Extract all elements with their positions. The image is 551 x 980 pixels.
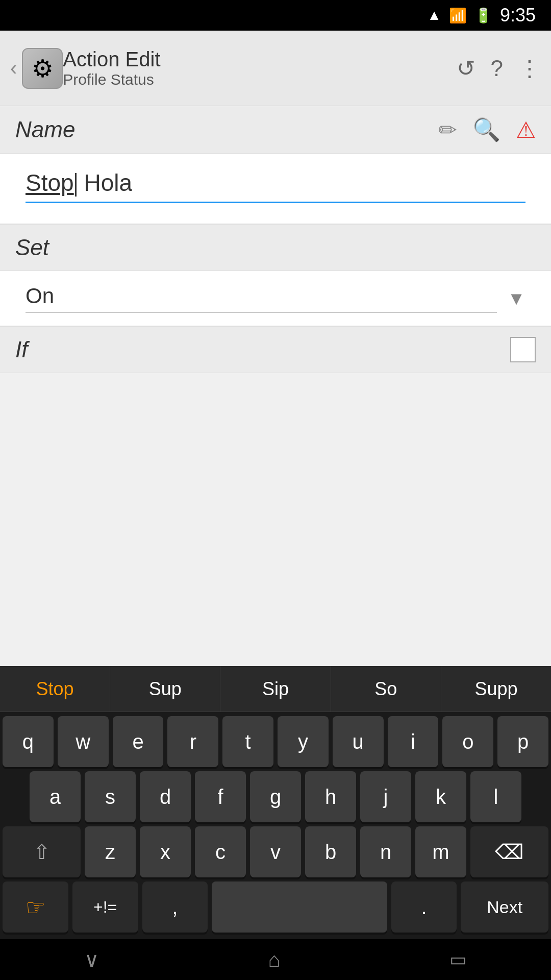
key-a[interactable]: a <box>30 771 81 822</box>
key-x[interactable]: x <box>140 826 191 877</box>
dropdown-value: On <box>26 284 54 308</box>
signal-icon: 📶 <box>449 7 467 24</box>
key-y[interactable]: y <box>278 716 329 767</box>
suggestion-sip[interactable]: Sip <box>220 666 331 712</box>
action-bar: ‹ ⚙ Action Edit Profile Status ↺ ? ⋮ <box>0 31 551 106</box>
set-section-header: Set <box>0 224 551 271</box>
key-k[interactable]: k <box>415 771 466 822</box>
key-row-3: ⇧ z x c v b n m ⌫ <box>3 826 548 877</box>
key-u[interactable]: u <box>333 716 384 767</box>
input-stop: Stop <box>26 169 74 196</box>
status-icons: ▲ 📶 🔋 9:35 <box>427 5 536 26</box>
shift-key[interactable]: ⇧ <box>3 826 81 877</box>
swipe-key[interactable]: ☞ <box>3 881 68 933</box>
swipe-icon: ☞ <box>26 894 45 920</box>
comma-key[interactable]: , <box>142 881 208 933</box>
action-bar-title-sub: Profile Status <box>63 71 456 88</box>
key-b[interactable]: b <box>305 826 356 877</box>
key-row-2: a s d f g h j k l <box>3 771 548 822</box>
key-t[interactable]: t <box>222 716 273 767</box>
suggestions-row: Stop Sup Sip So Supp <box>0 666 551 712</box>
period-key[interactable]: . <box>391 881 457 933</box>
key-m[interactable]: m <box>415 826 466 877</box>
nav-home-button[interactable]: ⌂ <box>268 948 280 971</box>
key-g[interactable]: g <box>250 771 301 822</box>
name-input-section[interactable]: Stop Hola <box>0 154 551 224</box>
backspace-key[interactable]: ⌫ <box>470 826 548 877</box>
dropdown-arrow-icon: ▼ <box>507 288 525 309</box>
key-v[interactable]: v <box>250 826 301 877</box>
suggestion-stop[interactable]: Stop <box>0 666 110 712</box>
name-section-actions: ✏ 🔍 ⚠ <box>438 116 536 143</box>
wifi-icon: ▲ <box>427 7 441 23</box>
key-o[interactable]: o <box>442 716 493 767</box>
search-icon[interactable]: 🔍 <box>472 116 500 143</box>
status-time: 9:35 <box>500 5 536 26</box>
input-cursor <box>75 173 77 197</box>
key-c[interactable]: c <box>195 826 246 877</box>
dropdown-section[interactable]: On ▼ <box>0 271 551 326</box>
battery-icon: 🔋 <box>474 7 492 24</box>
action-bar-title-main: Action Edit <box>63 48 456 71</box>
action-bar-actions: ↺ ? ⋮ <box>457 55 541 81</box>
name-label: Name <box>15 117 75 142</box>
edit-icon[interactable]: ✏ <box>438 117 457 143</box>
name-input-value[interactable]: Stop Hola <box>26 169 132 196</box>
key-w[interactable]: w <box>58 716 109 767</box>
set-label: Set <box>15 235 49 260</box>
if-checkbox[interactable] <box>510 337 536 362</box>
main-content: Name ✏ 🔍 ⚠ Stop Hola Set On ▼ If <box>0 106 551 373</box>
dropdown-wrapper: On <box>26 284 497 313</box>
refresh-button[interactable]: ↺ <box>457 55 475 81</box>
key-e[interactable]: e <box>113 716 164 767</box>
next-key[interactable]: Next <box>461 881 548 933</box>
suggestion-so[interactable]: So <box>331 666 441 712</box>
key-d[interactable]: d <box>140 771 191 822</box>
key-f[interactable]: f <box>195 771 246 822</box>
shift-icon: ⇧ <box>33 840 51 864</box>
key-s[interactable]: s <box>85 771 136 822</box>
input-hola: Hola <box>78 169 132 196</box>
key-r[interactable]: r <box>167 716 218 767</box>
if-section-header: If <box>0 326 551 373</box>
name-section-header: Name ✏ 🔍 ⚠ <box>0 106 551 154</box>
nav-back-button[interactable]: ∨ <box>84 948 99 971</box>
keyboard: Stop Sup Sip So Supp q w e r t y u i o p <box>0 666 551 980</box>
app-icon: ⚙ <box>22 48 63 89</box>
key-q[interactable]: q <box>3 716 54 767</box>
space-key[interactable] <box>212 881 387 933</box>
status-bar: ▲ 📶 🔋 9:35 <box>0 0 551 31</box>
key-z[interactable]: z <box>85 826 136 877</box>
gear-icon: ⚙ <box>32 54 54 83</box>
back-button[interactable]: ‹ <box>10 57 17 80</box>
key-n[interactable]: n <box>360 826 411 877</box>
key-i[interactable]: i <box>388 716 439 767</box>
key-row-4: ☞ +!= , . Next <box>3 881 548 933</box>
warning-icon: ⚠ <box>516 117 536 143</box>
more-button[interactable]: ⋮ <box>518 55 541 81</box>
key-p[interactable]: p <box>497 716 548 767</box>
suggestion-supp[interactable]: Supp <box>441 666 551 712</box>
symbols-key[interactable]: +!= <box>72 881 138 933</box>
key-h[interactable]: h <box>305 771 356 822</box>
keys-area: q w e r t y u i o p a s d f g h j k <box>0 712 551 939</box>
if-label: If <box>15 337 28 362</box>
action-bar-title: Action Edit Profile Status <box>63 48 456 88</box>
suggestion-sup[interactable]: Sup <box>110 666 220 712</box>
nav-recent-button[interactable]: ▭ <box>449 949 467 970</box>
help-button[interactable]: ? <box>491 56 503 81</box>
key-j[interactable]: j <box>360 771 411 822</box>
key-l[interactable]: l <box>470 771 521 822</box>
nav-bar: ∨ ⌂ ▭ <box>0 939 551 980</box>
key-row-1: q w e r t y u i o p <box>3 716 548 767</box>
